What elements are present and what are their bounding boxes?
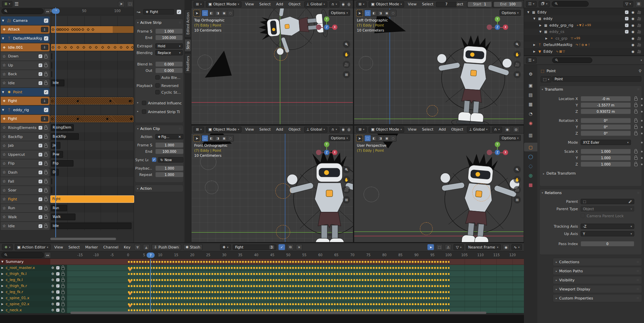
menu-view[interactable]: View <box>53 245 65 249</box>
number-field[interactable]: 0° <box>581 124 631 130</box>
menu-select[interactable]: Select <box>258 2 272 6</box>
outliner-label[interactable]: eddy_grp_rig <box>549 23 573 28</box>
gizmo-y-axis[interactable]: Y <box>324 16 329 22</box>
menu-select[interactable]: Select <box>420 127 435 132</box>
dope-channel-row[interactable]: ▶c_thigh_fk.l⚙✓ <box>0 271 524 277</box>
number-field[interactable]: 1.000 <box>155 29 183 34</box>
unlock-icon[interactable] <box>44 190 48 192</box>
viewport-editor-type-button[interactable]: ⊞▾ <box>356 1 367 7</box>
object-name-field[interactable]: Point <box>552 76 641 82</box>
properties-options-icon[interactable]: ▾ <box>641 59 642 62</box>
menu-add[interactable]: Add <box>274 2 285 6</box>
channel-name-cell[interactable]: ▶c_thigh_fk.l⚙✓ <box>0 271 67 277</box>
modifier-wrench-icon[interactable]: ⚙ <box>51 284 54 288</box>
empty-sphere-object[interactable] <box>205 181 218 194</box>
camera-view-icon[interactable]: 🎥 <box>343 61 350 68</box>
camera-view-icon[interactable]: 🎥 <box>343 186 350 193</box>
nla-strip-tweaked[interactable] <box>50 116 133 123</box>
lock-icon[interactable] <box>634 126 638 129</box>
dropdown-field[interactable]: Hold▾ <box>155 43 183 49</box>
animate-dot[interactable] <box>641 111 643 112</box>
unlock-icon[interactable] <box>61 285 65 288</box>
unlock-icon[interactable] <box>61 304 65 306</box>
solo-star-icon[interactable]: ☆ <box>2 224 6 228</box>
object-mode-dropdown[interactable]: ▣Object Mode▾ <box>206 127 241 133</box>
unlock-icon[interactable] <box>61 273 65 276</box>
options-dropdown[interactable]: Options▾ <box>329 10 350 16</box>
expand-icon[interactable]: ▶ <box>545 37 548 40</box>
point-light-object[interactable] <box>274 47 287 61</box>
menu-view[interactable]: View <box>406 2 418 6</box>
solo-star-icon[interactable]: ☆ <box>2 215 6 219</box>
select-mode-4[interactable]: ◌ <box>227 135 233 141</box>
menu-object[interactable]: Object <box>287 127 302 132</box>
nla-track-name-camera[interactable]: ▼🎥Camera✓ <box>1 16 50 25</box>
fake-user-shield-icon[interactable]: ✓ <box>278 244 285 250</box>
sidebar-tab-edited-action[interactable]: Edited Action <box>184 9 191 38</box>
animate-property-icon[interactable]: ↝ <box>137 9 140 14</box>
keyframe-dots[interactable] <box>127 309 449 312</box>
nla-strip[interactable]: RisingElem <box>51 124 74 131</box>
properties-tab-scene[interactable]: ◔ <box>524 109 537 118</box>
track-checkbox[interactable]: ✓ <box>39 224 42 228</box>
channel-name-cell[interactable]: ▶c_spine_01.x⚙✓ <box>0 295 67 301</box>
hide-in-viewport-icon[interactable]: ◉ <box>632 17 635 20</box>
object-mode-dropdown[interactable]: ▣Object Mode▾ <box>206 1 241 7</box>
track-checkbox[interactable]: ✓ <box>44 108 48 112</box>
properties-tab-render[interactable]: ▣ <box>524 81 537 90</box>
dope-playhead-badge[interactable]: 7 <box>147 252 155 258</box>
dropdown-field[interactable]: Replace▾ <box>155 50 183 55</box>
animate-dot[interactable] <box>641 151 643 152</box>
unlock-icon[interactable] <box>44 225 48 228</box>
properties-tab-physics[interactable]: ◌ <box>524 162 537 170</box>
select-mode-2[interactable]: ◨ <box>215 10 221 16</box>
number-field[interactable]: 0° <box>581 118 631 123</box>
pin-icon[interactable]: ⚲ <box>639 69 641 73</box>
nla-track-name-soar[interactable]: ☆Soar✓ <box>1 186 50 194</box>
nla-strip[interactable]: Pow <box>51 151 63 158</box>
action-name-field[interactable]: Fight 3 <box>233 244 276 250</box>
lock-icon[interactable] <box>634 157 638 160</box>
track-checkbox[interactable]: ✓ <box>39 81 42 85</box>
sidebar-tab-strip[interactable]: Strip <box>184 39 191 52</box>
lock-icon[interactable] <box>634 133 638 135</box>
dope-editor-type-button[interactable]: ❖▾ <box>2 244 13 250</box>
overlays-icon[interactable]: ◎ <box>347 1 351 7</box>
object-id-icon-button[interactable]: ⬚▾ <box>541 76 551 82</box>
menu-key[interactable]: Key <box>122 245 132 249</box>
track-checkbox[interactable]: ✓ <box>44 18 48 23</box>
pan-hand-icon[interactable]: ✋ <box>514 176 521 183</box>
expand-icon[interactable]: ▼ <box>2 37 5 40</box>
select-mode-3[interactable]: ▣ <box>221 10 227 16</box>
channel-checkbox[interactable]: ✓ <box>56 309 60 312</box>
channel-name-cell[interactable]: ▶c_neck.x⚙✓ <box>0 307 67 313</box>
solo-star-icon[interactable]: ☆ <box>2 125 6 130</box>
track-checkbox[interactable]: ✓ <box>39 215 42 219</box>
zoom-icon[interactable]: 🔍︎ <box>343 166 350 173</box>
properties-tab-object[interactable]: ▢ <box>524 143 537 151</box>
unlock-icon[interactable] <box>44 163 48 166</box>
properties-tab-output[interactable]: ▤ <box>524 90 537 99</box>
unlink-icon[interactable]: ✕ <box>178 135 181 139</box>
viewport-editor-type-button[interactable]: ⊞▾ <box>356 127 367 133</box>
nla-h-scrollbar[interactable] <box>50 238 116 240</box>
solo-star-icon[interactable]: ☆ <box>2 63 6 67</box>
dope-mode-dropdown[interactable]: ▣ Action Editor▾ <box>15 244 51 250</box>
tweak-tool-icon[interactable]: ➤ <box>194 10 200 16</box>
number-field[interactable]: 1.000 <box>581 149 631 154</box>
channel-checkbox[interactable]: ✓ <box>56 272 60 276</box>
hide-in-viewport-icon[interactable]: ◉ <box>632 24 635 27</box>
solo-star-icon[interactable]: ☆ <box>2 134 6 139</box>
exclude-checkbox[interactable]: ✓ <box>625 17 628 20</box>
select-mode-4[interactable]: ◌ <box>227 10 233 16</box>
nla-strip-action[interactable] <box>51 44 133 51</box>
lock-icon[interactable] <box>634 104 638 107</box>
expand-icon[interactable]: ▶ <box>533 43 536 46</box>
expand-icon[interactable]: ▼ <box>2 91 5 94</box>
nla-track-name-fight[interactable]: ❖Fight⇩ <box>1 97 50 105</box>
panel-header[interactable]: ▾Transform∷ <box>540 86 642 93</box>
unlock-icon[interactable] <box>44 198 48 201</box>
render-visibility-icon[interactable]: 🎥 <box>637 43 641 47</box>
keyframe-dots[interactable] <box>127 273 449 275</box>
lock-icon[interactable] <box>634 111 638 113</box>
